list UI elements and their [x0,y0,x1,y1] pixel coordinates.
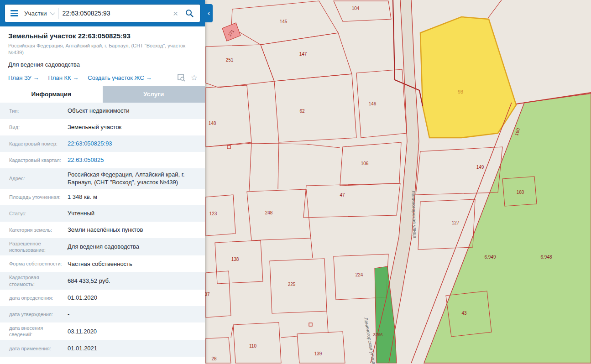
info-label: Кадастровый номер: [0,140,68,147]
parcel-number-label: 127 [452,220,460,225]
map-svg[interactable]: 1041452711472516214614893160106149160471… [205,0,591,364]
parcel-number-label: 3766 [373,332,382,337]
app: 1041452711472516214614893160106149160471… [0,0,591,364]
link-plan-kk[interactable]: План КК → [48,74,79,81]
tab-services[interactable]: Услуги [103,86,205,103]
search-icon [185,9,194,18]
parcel-number-label: 224 [356,272,363,277]
parcel-number-label: 248 [265,210,273,215]
menu-button[interactable] [5,5,23,22]
info-value: 01.01.2021 [68,344,205,353]
parcel-number-label: 251 [226,57,234,62]
info-value-link[interactable]: 22:63:050825:93 [68,140,205,148]
info-row: Статус:Учтенный [0,205,205,222]
parcel-number-label: 6.948 [540,255,552,260]
doc-magnifier-icon[interactable] [178,74,185,82]
info-label: Разрешенное использование: [0,240,68,254]
parcel-number-label: 148 [209,121,216,126]
search-category-label: Участки [24,10,47,17]
info-label: дата применения: [0,345,68,352]
header-icons: ☆ [178,74,198,82]
search-category-select[interactable]: Участки [23,10,58,17]
parcel-number-label: 147 [299,52,307,57]
info-label: Вид: [0,124,68,130]
info-label: Кадастровый квартал: [0,157,68,163]
info-row: Разрешенное использование:Для ведения са… [0,238,205,256]
info-label: дата внесения сведений: [0,325,68,338]
parcel-number-label: 106 [361,161,369,166]
info-row: Кадастровый номер:22:63:050825:93 [0,135,205,152]
info-row: Форма собственности:Частная собственност… [0,255,205,272]
parcel-number-label: 145 [280,19,288,24]
info-label: Тип: [0,108,68,114]
parcel-number-label: 110 [249,343,256,348]
info-row: дата внесения сведений:03.11.2020 [0,322,205,340]
info-row: дата утверждения:- [0,306,205,322]
info-value: Учтенный [68,209,205,218]
parcel-number-label: 43 [461,311,467,316]
links-row: План ЗУ → План КК → Создать участок ЖС →… [8,74,198,82]
info-row: Вид:Земельный участок [0,119,205,135]
info-table: Тип:Объект недвижимостиВид:Земельный уча… [0,103,205,364]
info-value: Для ведения садоводства [68,243,205,251]
object-address: Российская Федерация, Алтайский край, г.… [8,42,198,57]
info-value: Земельный участок [68,123,205,131]
info-label: Форма собственности: [0,260,68,267]
clear-search-icon[interactable]: × [169,9,182,18]
search-button[interactable] [182,5,197,21]
info-panel: Участки × Земельный участок 22:63:050825… [0,0,205,364]
search-box: Участки × [5,4,200,22]
parcel-number-label: 138 [231,257,239,262]
parcel-number-label: 123 [209,211,217,216]
info-row: Адрес:Российская Федерация, Алтайский кр… [0,168,205,189]
parcel-number-label: 146 [369,101,377,106]
info-value: 03.11.2020 [68,328,205,336]
parcel-number-label: 225 [288,282,296,287]
info-value: 1 348 кв. м [68,193,205,201]
info-value: 684 433,52 руб. [68,277,205,285]
parcel-number-label: 149 [476,165,484,170]
info-row: Кадастровый квартал:22:63:050825 [0,152,205,168]
object-usage: Для ведения садоводства [8,61,198,68]
info-row: Площадь уточненная:1 348 кв. м [0,189,205,205]
info-value: - [68,310,205,318]
parcel-number-label: 28 [211,356,217,361]
info-label: Площадь уточненная: [0,194,68,200]
link-plan-zu[interactable]: План ЗУ → [8,74,39,81]
parcel-number-label: 93 [458,89,463,94]
parcel-number-label: 47 [340,192,345,198]
info-value: Земли населённых пунктов [68,226,205,234]
parcel-number-label: 62 [299,109,305,114]
info-value: 01.01.2020 [68,294,205,302]
link-create-zhs[interactable]: Создать участок ЖС → [88,74,152,81]
info-value: Объект недвижимости [68,107,205,115]
info-label: Кадастровая стоимость: [0,274,68,287]
object-header: Земельный участок 22:63:050825:93 Россий… [0,26,205,86]
info-label: Адрес: [0,175,68,182]
info-row: Кадастровая стоимость:684 433,52 руб. [0,272,205,290]
chevron-left-icon: ‹ [208,9,210,18]
info-value-link[interactable]: 22:63:050825 [68,156,205,164]
page-title: Земельный участок 22:63:050825:93 [8,32,198,40]
info-value: Российская Федерация, Алтайский край, г.… [68,171,205,187]
hamburger-icon [10,10,18,11]
search-input[interactable] [59,10,169,17]
info-row: дата применения:01.01.2021 [0,340,205,357]
chevron-down-icon [50,10,55,15]
info-row: дата определения:01.01.2020 [0,290,205,306]
info-label: дата определения: [0,295,68,301]
parcel-number-label: 160 [517,190,524,195]
info-label: Статус: [0,210,68,217]
info-row: Категория земель:Земли населённых пункто… [0,222,205,238]
parcel-number-label: 139 [314,351,322,356]
tabs: Информация Услуги [0,86,205,103]
cadastral-map[interactable]: 1041452711472516214614893160106149160471… [205,0,591,364]
info-label: дата утверждения: [0,311,68,317]
info-label: Категория земель: [0,227,68,233]
parcel-number-label: 104 [352,6,360,11]
parcel-number-label: 37 [205,292,210,297]
favorite-star-icon[interactable]: ☆ [191,74,198,82]
parcel-number-label: 6.949 [484,255,496,260]
panel-collapse-button[interactable]: ‹ [205,4,213,22]
tab-information[interactable]: Информация [0,86,103,103]
